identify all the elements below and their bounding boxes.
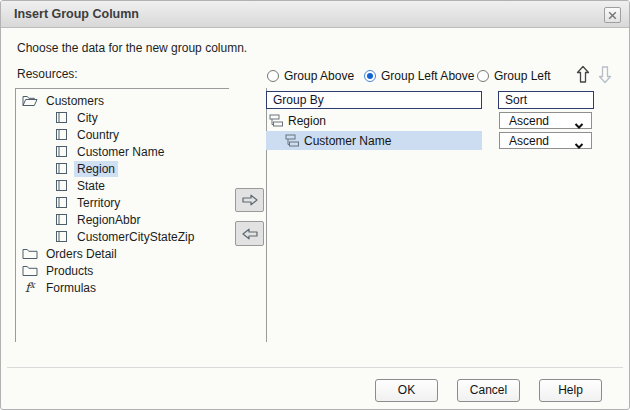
tree-item-customers[interactable]: Customers: [16, 92, 229, 109]
radio-group-left[interactable]: Group Left: [477, 69, 551, 83]
radio-label: Group Left: [494, 69, 551, 83]
dialog-title: Insert Group Column: [14, 1, 139, 27]
radio-label: Group Left Above: [381, 69, 474, 83]
radio-label: Group Above: [284, 69, 354, 83]
tree-item-formulas[interactable]: fx Formulas: [16, 279, 229, 296]
add-group-button[interactable]: [235, 188, 264, 212]
insert-group-column-dialog: Insert Group Column Choose the data for …: [0, 0, 630, 410]
tree-item-label: Orders Detail: [43, 246, 120, 262]
column-icon: [53, 128, 69, 141]
column-icon: [53, 230, 69, 243]
group-row-region[interactable]: Region: [266, 111, 482, 130]
group-row-label: Region: [288, 114, 326, 128]
move-up-icon: [576, 65, 590, 84]
tree-item-country[interactable]: Country: [16, 126, 229, 143]
arrow-left-icon: [241, 227, 259, 241]
column-icon: [53, 145, 69, 158]
tree-item-label: CustomerCityStateZip: [74, 229, 197, 245]
tree-item-state[interactable]: State: [16, 177, 229, 194]
column-icon: [53, 162, 69, 175]
tree-item-label: Customers: [43, 93, 107, 109]
resources-tree: Customers City Country Customer Name Reg…: [15, 88, 229, 342]
dialog-titlebar: Insert Group Column: [1, 1, 629, 28]
resources-label: Resources:: [17, 67, 78, 81]
column-icon: [53, 213, 69, 226]
radio-group-above[interactable]: Group Above: [267, 69, 354, 83]
group-row-customer-name[interactable]: Customer Name: [266, 131, 482, 150]
group-icon: [269, 114, 283, 127]
move-down-icon: [598, 65, 612, 84]
chevron-down-icon: [574, 118, 584, 132]
column-header-sort: Sort: [498, 91, 594, 109]
tree-item-products[interactable]: Products: [16, 262, 229, 279]
chevron-down-icon: [574, 138, 584, 152]
column-icon: [53, 179, 69, 192]
tree-item-label: Country: [74, 127, 122, 143]
arrow-right-icon: [241, 193, 259, 207]
tree-item-label: Customer Name: [74, 144, 167, 160]
sort-selected-value: Ascend: [509, 114, 549, 128]
group-icon: [285, 134, 299, 147]
tree-item-regionabbr[interactable]: RegionAbbr: [16, 211, 229, 228]
dialog-instruction: Choose the data for the new group column…: [17, 41, 247, 55]
cancel-button[interactable]: Cancel: [457, 379, 520, 402]
tree-item-label: City: [74, 110, 101, 126]
fx-icon: fx: [22, 280, 38, 295]
move-down-button[interactable]: [596, 64, 614, 85]
tree-item-orders-detail[interactable]: Orders Detail: [16, 245, 229, 262]
tree-item-label: Territory: [74, 195, 123, 211]
tree-item-customercitystatezip[interactable]: CustomerCityStateZip: [16, 228, 229, 245]
folder-closed-icon: [22, 248, 38, 260]
footer-separator: [7, 367, 623, 368]
column-icon: [53, 111, 69, 124]
tree-item-label: Region: [74, 161, 118, 177]
column-icon: [53, 196, 69, 209]
tree-item-label: Products: [43, 263, 96, 279]
close-button[interactable]: [604, 7, 621, 23]
tree-item-region[interactable]: Region: [16, 160, 229, 177]
radio-dot: [364, 70, 376, 82]
tree-item-label: State: [74, 178, 108, 194]
move-up-button[interactable]: [574, 64, 592, 85]
group-row-label: Customer Name: [304, 134, 391, 148]
sort-selected-value: Ascend: [509, 134, 549, 148]
help-button[interactable]: Help: [539, 379, 602, 402]
radio-dot: [267, 70, 279, 82]
radio-group-left-above[interactable]: Group Left Above: [364, 69, 474, 83]
tree-item-territory[interactable]: Territory: [16, 194, 229, 211]
tree-item-city[interactable]: City: [16, 109, 229, 126]
sort-select-region[interactable]: Ascend: [499, 112, 592, 129]
sort-select-customer-name[interactable]: Ascend: [499, 132, 592, 149]
tree-item-customer-name[interactable]: Customer Name: [16, 143, 229, 160]
remove-group-button[interactable]: [235, 221, 264, 246]
folder-open-icon: [22, 94, 38, 107]
close-icon: [608, 11, 617, 20]
ok-button[interactable]: OK: [375, 379, 438, 402]
column-header-group-by: Group By: [266, 91, 482, 109]
tree-item-label: RegionAbbr: [74, 212, 143, 228]
tree-item-label: Formulas: [43, 280, 99, 296]
radio-dot: [477, 70, 489, 82]
folder-closed-icon: [22, 265, 38, 277]
